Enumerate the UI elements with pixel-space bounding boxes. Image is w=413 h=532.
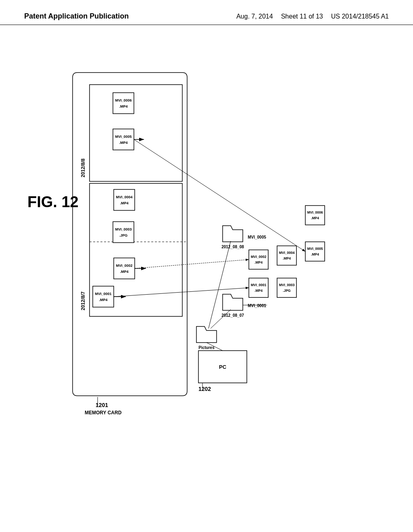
- svg-line-61: [135, 260, 249, 268]
- svg-text:.MP4: .MP4: [119, 104, 127, 108]
- svg-text:2012_08_08: 2012_08_08: [221, 245, 244, 249]
- svg-text:.MP4: .MP4: [120, 201, 128, 205]
- svg-text:.JPG: .JPG: [119, 233, 128, 237]
- svg-text:MVI_0006: MVI_0006: [307, 210, 323, 214]
- svg-text:2012_08_07: 2012_08_07: [221, 313, 244, 318]
- publication-date: Aug. 7, 2014: [236, 13, 273, 20]
- svg-text:.JPG: .JPG: [283, 289, 291, 293]
- svg-text:MEMORY CARD: MEMORY CARD: [85, 410, 122, 416]
- svg-rect-25: [113, 93, 134, 114]
- svg-text:MVI_0005: MVI_0005: [248, 235, 266, 239]
- svg-rect-54: [305, 242, 325, 261]
- svg-text:2012/8/7: 2012/8/7: [80, 291, 86, 310]
- svg-line-36: [211, 310, 231, 328]
- svg-text:.MP4: .MP4: [99, 298, 107, 302]
- svg-text:MVI_0002: MVI_0002: [251, 255, 267, 259]
- svg-text:2012/8/8: 2012/8/8: [80, 158, 86, 177]
- svg-rect-21: [113, 129, 134, 150]
- svg-text:MVI_0003: MVI_0003: [279, 283, 295, 287]
- svg-text:.MP4: .MP4: [254, 260, 263, 264]
- svg-line-63: [134, 139, 305, 251]
- sheet-info: Sheet 11 of 13: [281, 13, 323, 20]
- svg-rect-50: [277, 246, 296, 265]
- svg-rect-44: [249, 250, 268, 269]
- svg-rect-14: [113, 222, 134, 243]
- svg-text:MVI_0003: MVI_0003: [115, 227, 131, 231]
- patent-number: US 2014/218545 A1: [331, 13, 389, 20]
- svg-text:MVI_0005: MVI_0005: [115, 135, 131, 139]
- svg-text:PC: PC: [219, 364, 227, 370]
- svg-text:MVI_0002: MVI_0002: [116, 264, 132, 268]
- svg-text:MVI_0001: MVI_0001: [251, 283, 267, 287]
- svg-text:1202: 1202: [198, 386, 211, 392]
- svg-text:.MP4: .MP4: [254, 289, 263, 293]
- svg-text:.MP4: .MP4: [311, 216, 319, 220]
- patent-title: Patent Application Publication: [24, 12, 228, 21]
- svg-text:MVI_0001: MVI_0001: [95, 292, 111, 296]
- svg-text:MVI_0005: MVI_0005: [307, 247, 323, 251]
- svg-text:MVI_0004: MVI_0004: [116, 195, 132, 199]
- svg-rect-41: [249, 278, 268, 297]
- svg-text:.MP4: .MP4: [120, 270, 128, 274]
- header: Patent Application Publication Aug. 7, 2…: [0, 0, 413, 25]
- svg-text:MVI_0004: MVI_0004: [279, 251, 295, 255]
- svg-text:MVI_0006: MVI_0006: [115, 98, 131, 102]
- svg-rect-6: [93, 286, 114, 307]
- svg-text:MVI_0001: MVI_0001: [248, 303, 266, 308]
- page: Patent Application Publication Aug. 7, 2…: [0, 0, 413, 532]
- svg-rect-28: [90, 85, 182, 181]
- svg-rect-10: [114, 258, 135, 279]
- diagram-svg: 1201 MEMORY CARD 2012/8/7 2012/8/8 MVI_0…: [25, 60, 388, 463]
- svg-text:.MP4: .MP4: [119, 141, 127, 145]
- svg-text:.MP4: .MP4: [311, 252, 319, 256]
- svg-text:.MP4: .MP4: [283, 256, 291, 260]
- svg-rect-57: [305, 206, 325, 225]
- svg-rect-17: [114, 189, 135, 210]
- svg-rect-47: [277, 278, 296, 297]
- svg-text:Pictures: Pictures: [198, 345, 215, 350]
